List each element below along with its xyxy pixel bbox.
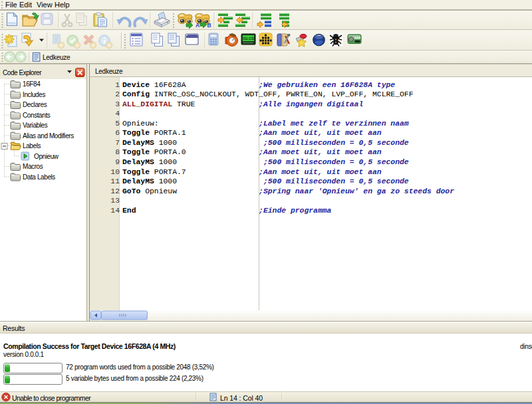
svg-text:B: B	[207, 22, 211, 29]
svg-text:GLCD: GLCD	[243, 36, 255, 41]
svg-text:A: A	[196, 22, 200, 29]
